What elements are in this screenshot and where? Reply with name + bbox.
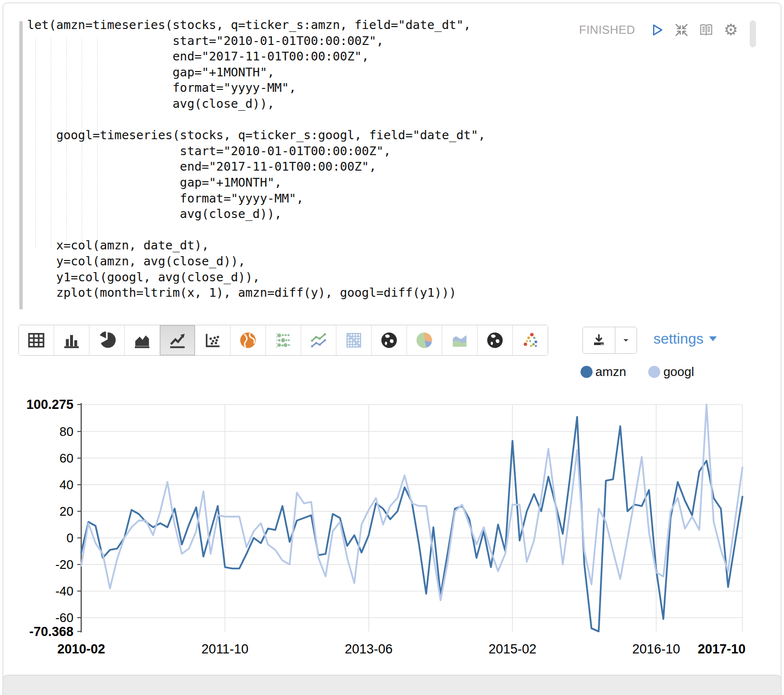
collapse-icon[interactable] (673, 21, 690, 39)
run-icon[interactable] (648, 21, 666, 39)
multi-line-chart-button[interactable] (301, 325, 336, 355)
svg-text:60: 60 (59, 451, 73, 465)
scatter-color-button[interactable] (513, 325, 548, 355)
paragraph-controls: FINISHED ⚙ (579, 21, 740, 39)
svg-text:-70.368: -70.368 (29, 624, 73, 639)
pie-pastel-icon (415, 331, 434, 350)
svg-text:-20: -20 (55, 557, 73, 572)
svg-text:2011-10: 2011-10 (202, 642, 248, 656)
book-icon[interactable] (697, 21, 715, 39)
globe-dark-icon (379, 331, 399, 350)
grid-heatmap-button[interactable] (336, 325, 372, 355)
svg-text:2017-10: 2017-10 (697, 642, 745, 656)
pie-chart-icon (97, 331, 116, 350)
svg-text:80: 80 (59, 424, 73, 439)
svg-text:40: 40 (59, 478, 73, 492)
bar-chart-icon (62, 331, 81, 350)
globe-dark-2-button[interactable] (478, 325, 513, 355)
scatter-color-icon (521, 331, 540, 350)
bubble-chart-icon (274, 331, 293, 350)
editor-left-handle (19, 21, 23, 309)
multi-line-chart-icon (309, 331, 328, 350)
line-chart-plot[interactable]: 100.275806040200-20-40-60-70.3682010-022… (0, 358, 784, 667)
scatter-chart-icon (203, 331, 222, 350)
svg-text:2016-10: 2016-10 (632, 642, 680, 656)
bubble-chart-button[interactable] (266, 325, 301, 355)
chart-type-toolbar (18, 325, 548, 356)
line-chart-icon (168, 331, 187, 350)
line-chart-button[interactable] (160, 325, 195, 355)
settings-label: settings (653, 331, 703, 347)
scatter-chart-button[interactable] (195, 325, 231, 355)
area-chart-icon (132, 331, 152, 350)
caret-down-icon (708, 335, 718, 342)
svg-text:-60: -60 (55, 610, 73, 625)
area-chart-button[interactable] (125, 325, 160, 355)
editor-scrollbar[interactable] (750, 20, 756, 47)
status-badge: FINISHED (579, 23, 635, 37)
svg-text:20: 20 (59, 504, 73, 519)
bar-chart-button[interactable] (54, 325, 89, 355)
settings-toggle[interactable]: settings (653, 331, 718, 347)
pie-pastel-button[interactable] (407, 325, 442, 355)
gear-icon[interactable]: ⚙ (722, 21, 740, 39)
pie-chart-button[interactable] (89, 325, 125, 355)
svg-text:2013-06: 2013-06 (345, 642, 392, 656)
stacked-area-button[interactable] (442, 325, 478, 355)
svg-text:100.275: 100.275 (26, 397, 73, 412)
stacked-area-icon (450, 331, 469, 350)
next-paragraph-bar[interactable] (2, 675, 782, 695)
table-chart-icon (27, 331, 46, 350)
svg-text:-40: -40 (55, 584, 73, 598)
svg-text:0: 0 (67, 531, 73, 545)
download-options-caret[interactable] (615, 327, 637, 353)
globe-dark-button[interactable] (372, 325, 407, 355)
table-chart-button[interactable] (19, 325, 54, 355)
svg-text:2010-02: 2010-02 (57, 642, 105, 656)
code-editor[interactable]: let(amzn=timeseries(stocks, q=ticker_s:a… (27, 17, 485, 301)
svg-text:2015-02: 2015-02 (489, 642, 537, 656)
globe-orange-icon (238, 331, 258, 350)
globe-orange-button[interactable] (231, 325, 266, 355)
download-button[interactable] (583, 327, 615, 353)
download-split-button (582, 327, 637, 354)
globe-dark-2-icon (485, 331, 505, 350)
grid-heatmap-icon (344, 331, 363, 350)
